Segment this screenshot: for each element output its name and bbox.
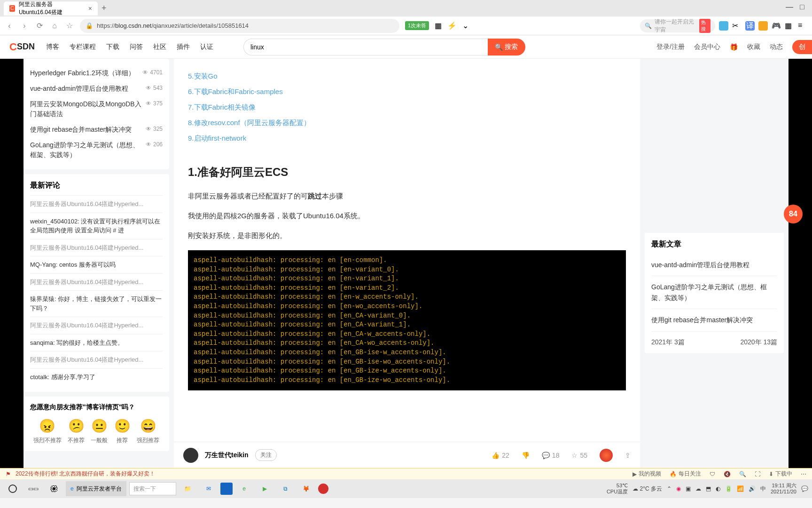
toc-link[interactable]: 9.启动first-network: [188, 130, 626, 146]
trophy-icon[interactable]: [600, 449, 613, 462]
window-maximize-icon[interactable]: □: [800, 3, 808, 11]
comment-item[interactable]: 阿里云服务器Ubuntu16.04搭建Hyperled...: [30, 273, 163, 291]
csdn-search-button[interactable]: 🔍 搜索: [488, 39, 525, 56]
task-view-icon[interactable]: ▭▭: [24, 481, 42, 496]
vscode-icon[interactable]: ⧉: [277, 481, 295, 496]
recommend-option[interactable]: 😕不推荐: [68, 418, 85, 444]
app-icon-blue[interactable]: [220, 483, 233, 495]
like-button[interactable]: 👍22: [492, 452, 509, 459]
download-link[interactable]: ⬇ 下载中: [769, 470, 792, 478]
nav-course[interactable]: 专栏课程: [70, 43, 96, 51]
forward-icon[interactable]: ›: [20, 21, 29, 31]
recommend-option[interactable]: 😄强烈推荐: [137, 418, 159, 444]
star-icon[interactable]: ☆: [65, 21, 74, 31]
translate-icon[interactable]: 译: [745, 21, 755, 31]
comment-item[interactable]: 阿里云服务器Ubuntu16.04搭建Hyperled...: [30, 317, 163, 334]
toc-link[interactable]: 6.下载Fabric和Fabric-samples: [188, 84, 626, 99]
tray-icon-5[interactable]: ◐: [716, 485, 720, 492]
author-avatar[interactable]: [183, 448, 198, 463]
follow-button[interactable]: 关注: [255, 449, 277, 461]
comment-item[interactable]: sanqima: 写的很好，给楼主点赞。: [30, 334, 163, 351]
tray-icon-1[interactable]: ◉: [676, 485, 681, 492]
notification-icon[interactable]: 💬: [801, 485, 808, 492]
close-tab-icon[interactable]: ×: [88, 5, 92, 12]
chevron-down-icon[interactable]: ⌄: [462, 21, 468, 30]
create-button[interactable]: 创: [792, 40, 812, 54]
comment-item[interactable]: 猿界菜猿: 你好，博主，链接失效了，可以重发一下吗？: [30, 290, 163, 317]
grid-icon[interactable]: ▦: [785, 21, 794, 31]
qr-icon[interactable]: ▦: [435, 21, 442, 30]
battery-icon[interactable]: 🔋: [725, 485, 732, 492]
toc-link[interactable]: 7.下载Fabric相关镜像: [188, 99, 626, 115]
dislike-button[interactable]: 👎: [522, 452, 530, 459]
nav-qa[interactable]: 问答: [130, 43, 143, 51]
shield-icon[interactable]: 🛡: [710, 471, 715, 477]
login-link[interactable]: 登录/注册: [656, 43, 685, 51]
taskbar-search[interactable]: 搜索一下: [129, 482, 176, 495]
my-video-link[interactable]: ▶ 我的视频: [632, 470, 661, 478]
latest-item[interactable]: vue-antd-admin管理后台使用教程: [651, 254, 777, 276]
volume-icon[interactable]: 🔇: [724, 471, 731, 477]
author-name[interactable]: 万生世代teikin: [205, 451, 249, 460]
chevron-up-icon[interactable]: ⌃: [667, 485, 671, 492]
new-tab-button[interactable]: +: [102, 3, 107, 13]
start-button[interactable]: [4, 481, 22, 496]
reload-icon[interactable]: ⟳: [35, 21, 44, 31]
score-badge[interactable]: 84: [784, 205, 803, 223]
tray-icon-2[interactable]: ▣: [686, 485, 691, 492]
volume-tray-icon[interactable]: 🔊: [749, 485, 756, 492]
edge-icon[interactable]: e: [235, 481, 253, 496]
explorer-icon[interactable]: 📁: [179, 481, 197, 496]
activity-link[interactable]: 动态: [770, 43, 783, 51]
comment-button[interactable]: 💬18: [542, 452, 560, 459]
weather-icon[interactable]: ☁ 2°C 多云: [632, 485, 662, 493]
recommend-option[interactable]: 😐一般般: [91, 418, 108, 444]
star-button[interactable]: ☆55: [571, 452, 587, 459]
bolt-icon[interactable]: ⚡: [447, 21, 457, 30]
nav-community[interactable]: 社区: [153, 43, 166, 51]
comment-item[interactable]: weixin_45040102: 没有设置可执行程序就可以在全局范围内使用 设置…: [30, 213, 163, 239]
csdn-logo[interactable]: CSDN: [9, 41, 35, 53]
recommend-option[interactable]: 🙂推荐: [114, 418, 131, 444]
url-input[interactable]: 🔒 https://blog.csdn.net/qianxuezi/articl…: [80, 19, 399, 33]
toc-link[interactable]: 5.安装Go: [188, 68, 626, 84]
play-icon[interactable]: ▶: [256, 481, 274, 496]
comment-item[interactable]: 阿里云服务器Ubuntu16.04搭建Hyperled...: [30, 351, 163, 368]
zoom-icon[interactable]: 🔍: [739, 471, 746, 477]
ime-icon[interactable]: 中: [760, 485, 766, 493]
gift-icon[interactable]: 🎁: [730, 43, 738, 51]
comment-item[interactable]: 阿里云服务器Ubuntu16.04搭建Hyperled...: [30, 195, 163, 213]
favorite-link[interactable]: 收藏: [747, 43, 760, 51]
wifi-icon[interactable]: 📶: [737, 485, 744, 492]
clock[interactable]: 19:11 周六 2021/11/20: [771, 483, 796, 495]
nav-blog[interactable]: 博客: [46, 43, 59, 51]
menu-icon[interactable]: ≡: [798, 21, 807, 31]
daily-focus-link[interactable]: 🔥 每日关注: [670, 470, 701, 478]
app-icon-red[interactable]: [318, 484, 328, 494]
gamepad-icon[interactable]: 🎮: [772, 21, 781, 31]
home-icon[interactable]: ⌂: [50, 21, 59, 31]
back-icon[interactable]: ‹: [5, 21, 14, 31]
ext-icon-4[interactable]: [758, 21, 768, 31]
toc-link[interactable]: 8.修改resov.conf（阿里云服务器配置）: [188, 115, 626, 130]
share-icon[interactable]: ⇪: [625, 452, 631, 459]
ad-bar[interactable]: ⚑ 2022传奇排行榜! 北京西路靓仔自研，装备好爆又好卖！ ▶ 我的视频 🔥 …: [0, 468, 812, 479]
firefox-icon[interactable]: 🦊: [297, 481, 315, 496]
nav-download[interactable]: 下载: [106, 43, 119, 51]
fullscreen-icon[interactable]: ⛶: [755, 471, 760, 477]
nav-cert[interactable]: 认证: [200, 43, 213, 51]
app-icon-spiral[interactable]: ֎: [45, 481, 63, 496]
mail-icon[interactable]: ✉: [200, 481, 218, 496]
latest-item[interactable]: GoLang进阶学习之单元测试（思想、框架、实践等）: [651, 276, 777, 309]
scissors-icon[interactable]: ✂: [732, 21, 742, 31]
tray-icon-4[interactable]: ⬒: [706, 485, 711, 492]
comment-item[interactable]: 阿里云服务器Ubuntu16.04搭建Hyperled...: [30, 239, 163, 256]
comment-item[interactable]: ctotalk: 感谢分享,学习了: [30, 368, 163, 386]
browser-tab[interactable]: C 阿里云服务器Ubuntu16.04搭建 ×: [4, 1, 98, 16]
taskbar-app-ie[interactable]: e阿里云开发者平台: [66, 481, 126, 496]
comment-item[interactable]: MQ-Yang: centos 服务器可以吗: [30, 256, 163, 273]
nav-plugin[interactable]: 插件: [177, 43, 190, 51]
cpu-temp[interactable]: 53℃ CPU温度: [607, 483, 628, 495]
latest-item[interactable]: 使用git rebase合并master解决冲突: [651, 309, 777, 331]
more-icon[interactable]: ⋯: [801, 471, 806, 477]
